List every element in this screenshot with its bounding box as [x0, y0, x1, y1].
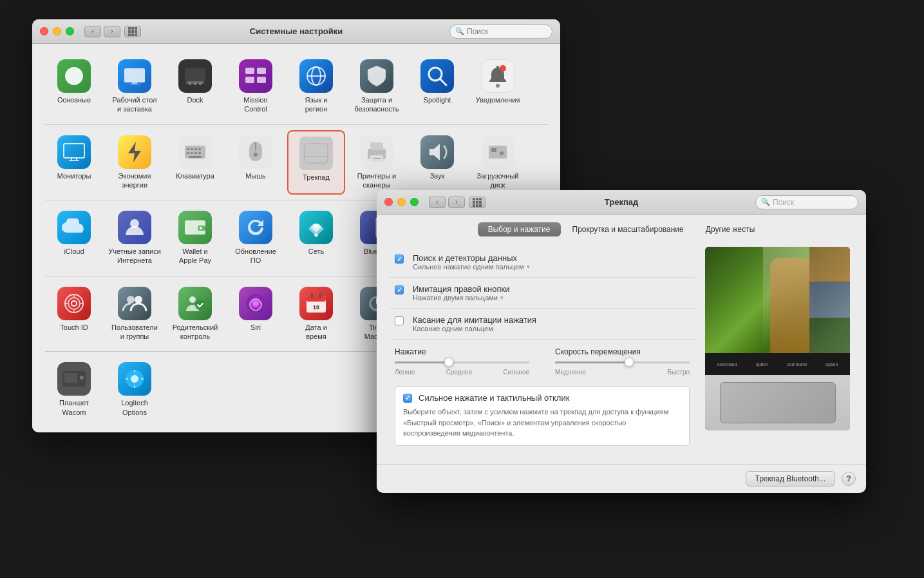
force-touch-checkbox[interactable] — [403, 394, 412, 403]
svg-rect-38 — [370, 142, 383, 150]
preview-person — [770, 258, 814, 354]
secondary-subtitle[interactable]: Нажатие двумя пальцами ▾ — [413, 294, 690, 302]
tab-scroll[interactable]: Прокрутка и масштабирование — [562, 222, 694, 236]
icon-sound[interactable]: Звук — [408, 130, 466, 195]
svg-rect-1 — [132, 82, 137, 84]
tapclick-subtitle: Касание одним пальцем — [413, 325, 690, 332]
speed-slider-thumb[interactable] — [625, 358, 634, 367]
wallet-icon — [178, 211, 212, 244]
grid-view-button[interactable] — [124, 26, 141, 37]
trackpad-maximize-button[interactable] — [410, 198, 419, 206]
close-button[interactable] — [40, 27, 48, 35]
minimize-button[interactable] — [53, 27, 61, 35]
trackpad-icon — [299, 137, 333, 170]
network-icon — [299, 211, 333, 244]
tapclick-checkbox[interactable] — [395, 316, 404, 325]
bluetooth-trackpad-button[interactable]: Трекпад Bluetooth... — [746, 471, 835, 486]
svg-rect-31 — [198, 152, 201, 154]
force-touch-title: Сильное нажатие и тактильный отклик — [419, 393, 569, 403]
back-button[interactable]: ‹ — [84, 26, 101, 37]
grid-icon — [128, 27, 137, 36]
forward-button[interactable]: › — [104, 26, 120, 37]
siri-label: Siri — [250, 323, 261, 332]
search-input[interactable] — [467, 27, 544, 36]
svg-point-7 — [199, 82, 202, 85]
svg-point-71 — [131, 375, 138, 383]
icon-parental[interactable]: Родительскийконтроль — [166, 282, 224, 347]
tapclick-checkbox-container — [395, 316, 405, 327]
icon-wacom[interactable]: Планшет Wacom — [45, 357, 103, 422]
icon-icloud[interactable]: iCloud — [45, 206, 103, 271]
trackpad-main: Поиск и детекторы данных Сильное нажатие… — [377, 242, 866, 464]
icon-lang[interactable]: Язык ирегион — [287, 54, 345, 119]
click-slider-sublabels: Легкое Среднее Сильное — [395, 369, 529, 376]
svg-rect-10 — [245, 77, 254, 83]
syspref-search[interactable]: 🔍 — [449, 24, 552, 39]
lookup-dropdown-arrow: ▾ — [527, 264, 530, 270]
tab-select[interactable]: Выбор и нажатие — [478, 222, 561, 236]
icon-printer[interactable]: Принтеры исканеры — [348, 130, 406, 195]
icon-touchid[interactable]: Touch ID — [45, 282, 103, 347]
setting-tapclick: Касание для имитации нажатия Касание одн… — [390, 309, 695, 340]
secondary-checkbox[interactable] — [395, 285, 404, 294]
svg-rect-59 — [306, 296, 326, 302]
two-sliders: Нажатие Легкое Среднее — [395, 347, 690, 376]
trackpad-forward-button[interactable]: › — [448, 197, 465, 208]
maximize-button[interactable] — [66, 27, 74, 35]
svg-rect-27 — [198, 148, 201, 150]
trackpad-close-button[interactable] — [384, 198, 393, 206]
trackpad-minimize-button[interactable] — [397, 198, 406, 206]
lookup-subtitle[interactable]: Сильное нажатие одним пальцем ▾ — [413, 263, 690, 271]
icon-boot[interactable]: Загрузочныйдиск — [469, 130, 527, 195]
icon-siri[interactable]: Siri — [227, 282, 285, 347]
cmd-key-1: command — [717, 362, 737, 367]
icon-accounts[interactable]: Учетные записиИнтернета — [106, 206, 164, 271]
thumb-2 — [809, 282, 850, 317]
trackpad-grid-button[interactable] — [469, 197, 486, 208]
logitech-label: Logitech Options — [108, 398, 161, 417]
icon-keyboard[interactable]: Клавиатура — [166, 130, 224, 195]
tab-gestures[interactable]: Другие жесты — [695, 222, 766, 236]
syspref-titlebar: ‹ › Системные настройки 🔍 — [32, 19, 560, 44]
svg-rect-8 — [245, 68, 254, 74]
lookup-checkbox[interactable] — [395, 255, 404, 264]
monitor-icon — [57, 135, 91, 169]
dock-label: Dock — [187, 95, 203, 104]
icon-update[interactable]: ОбновлениеПО — [227, 206, 285, 271]
trackpad-back-button[interactable]: ‹ — [429, 197, 446, 208]
icon-wallet[interactable]: Wallet иApple Pay — [166, 206, 224, 271]
trackpad-search-icon: 🔍 — [761, 198, 770, 206]
icon-osnovnye[interactable]: Основные — [45, 54, 103, 119]
users-icon — [118, 287, 151, 320]
icon-logitech[interactable]: Logitech Options — [106, 357, 164, 422]
icon-notif[interactable]: Уведомления — [469, 54, 527, 119]
icon-security[interactable]: Защита ибезопасность — [348, 54, 406, 119]
click-slider-track[interactable] — [395, 361, 529, 363]
icon-datetime[interactable]: 18 Дата ивремя — [287, 282, 345, 347]
icon-network[interactable]: Сеть — [287, 206, 345, 271]
spotlight-label: Spotlight — [424, 95, 451, 104]
icon-desktop[interactable]: Рабочий столи заставка — [106, 54, 164, 119]
speed-slider-track[interactable] — [555, 361, 690, 363]
preview-trackpad-zone — [705, 375, 850, 430]
section-2: Мониторы Экономияэнергии Клавиатура Мышь — [45, 130, 547, 195]
mouse-icon — [239, 135, 272, 169]
icon-mouse[interactable]: Мышь — [227, 130, 285, 195]
notif-icon — [481, 59, 514, 93]
icon-dock[interactable]: Dock — [166, 54, 224, 119]
icon-mission[interactable]: MissionControl — [227, 54, 285, 119]
svg-rect-9 — [257, 68, 266, 74]
help-button[interactable]: ? — [842, 472, 856, 486]
search-icon: 🔍 — [455, 27, 464, 35]
icon-trackpad[interactable]: Трекпад — [287, 130, 345, 195]
icon-users[interactable]: Пользователии группы — [106, 282, 164, 347]
printer-icon — [360, 135, 393, 169]
click-slider-thumb[interactable] — [444, 358, 453, 367]
svg-point-53 — [135, 296, 142, 303]
trackpad-search-box[interactable]: 🔍 Поиск — [755, 195, 858, 209]
svg-rect-60 — [311, 293, 313, 298]
settings-panel: Поиск и детекторы данных Сильное нажатие… — [390, 247, 695, 454]
icon-spotlight[interactable]: Spotlight — [408, 54, 466, 119]
icon-energy[interactable]: Экономияэнергии — [106, 130, 164, 195]
icon-monitor[interactable]: Мониторы — [45, 130, 103, 195]
